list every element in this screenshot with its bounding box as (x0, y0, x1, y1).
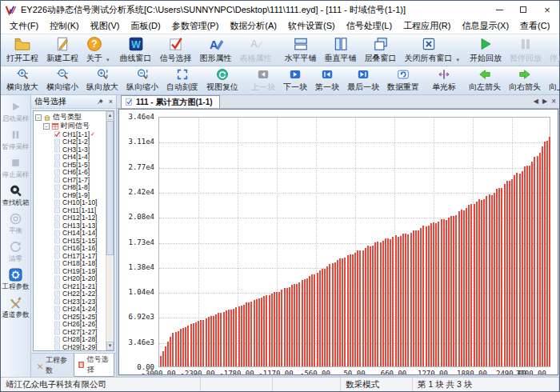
zoom-h-out-button[interactable]: 横向缩小 (42, 67, 82, 94)
tree-channel-item[interactable]: CH20[1-20] (35, 275, 106, 283)
tree-channel-item[interactable]: CH29[1-29] (35, 343, 106, 350)
tab-scroll-left-icon[interactable]: ◀ (534, 98, 538, 105)
tree-channel-item[interactable]: CH16[1-16] (35, 245, 106, 253)
tree-channel-item[interactable]: CH2[1-2] (35, 138, 106, 146)
tree-scrollbar[interactable]: ▲ ▼ (106, 111, 114, 350)
channel-params-button[interactable]: 通道参数 (1, 294, 30, 322)
panel-tab-inactive[interactable]: 工程参数 (33, 354, 73, 377)
tree-channel-item[interactable]: CH10[1-10] (35, 199, 106, 207)
tree-channel-item[interactable]: CH12[1-12] (35, 214, 106, 222)
tree-channel-item[interactable]: CH19[1-19] (35, 267, 106, 275)
menu-item[interactable]: 控制(K) (44, 18, 85, 34)
about-button[interactable]: ?关于 (82, 35, 106, 65)
arrow-up-green-button[interactable]: 向上箭头 (545, 67, 560, 94)
tree-channel-item[interactable]: CH15[1-15] (35, 237, 106, 245)
tree-channel-item[interactable]: CH24[1-24] (35, 306, 106, 314)
curve-window-button[interactable]: W曲线窗口 (116, 35, 156, 65)
histogram-bar (200, 320, 202, 366)
tree-channel-item[interactable]: CH26[1-26] (35, 321, 106, 329)
histogram-bar (202, 320, 204, 366)
tree-channel-item[interactable]: CH14[1-14] (35, 230, 106, 238)
view-reset-button[interactable]: 视图复位 (202, 67, 242, 94)
tree-channel-item[interactable]: CH11[1-11] (35, 206, 106, 214)
tree-channel-item[interactable]: CH9[1-9] (35, 191, 106, 199)
panel-tab-active[interactable]: 信号选择 (74, 354, 115, 377)
menu-item[interactable]: 文件(F) (4, 18, 44, 34)
menu-item[interactable]: 面板(D) (125, 18, 166, 34)
histogram-bar (294, 284, 295, 366)
block-first-button[interactable]: 第一块 (311, 67, 343, 94)
arrow-left-green-button[interactable]: 向左箭头 (465, 67, 505, 94)
curve-window-icon: W (128, 36, 144, 52)
scrollbar-track[interactable] (106, 256, 114, 342)
histogram-bar (286, 288, 288, 366)
data-reset-button[interactable]: 数据重置 (383, 67, 423, 94)
tree-channel-item[interactable]: CH25[1-25] (35, 313, 106, 321)
single-cursor-button[interactable]: 单光标 (428, 67, 460, 94)
maximize-button[interactable] (511, 1, 535, 18)
tree-channel-item[interactable]: CH7[1-7] (35, 176, 106, 184)
scrollbar-thumb[interactable] (106, 121, 114, 255)
tree-channel-item[interactable]: CH28[1-28] (35, 336, 106, 344)
graph-props-button[interactable]: A图形属性 (196, 35, 236, 65)
zoom-h-in-button[interactable]: 横向放大 (2, 67, 42, 94)
menu-item[interactable]: 窗口(W) (555, 18, 560, 34)
expander-icon[interactable]: - (43, 123, 50, 130)
project-params-button[interactable]: 工程参数 (1, 266, 30, 294)
tree-channel-item[interactable]: CH21[1-21] (35, 282, 106, 290)
tree-channel-item[interactable]: CH1[1-1]✓ (35, 130, 106, 138)
close-all-button[interactable]: 关闭所有窗口 (401, 35, 457, 65)
panel-close-icon[interactable]: × (109, 98, 113, 106)
find-chassis-button[interactable]: 查找机箱 (1, 182, 30, 210)
menu-item[interactable]: 软件设置(S) (282, 18, 341, 34)
toolbar-overflow-button[interactable]: ▾ (106, 57, 111, 65)
tree-channel-item[interactable]: CH6[1-6] (35, 169, 106, 177)
tree-channel-item[interactable]: CH18[1-18] (35, 260, 106, 268)
tile-v-button[interactable]: 垂直平铺 (321, 35, 361, 65)
block-next-button[interactable]: 下一块 (279, 67, 311, 94)
tree-channel-item[interactable]: CH8[1-8] (35, 184, 106, 192)
expander-icon[interactable]: - (35, 114, 42, 121)
open-folder-button[interactable]: 打开工程 (2, 35, 42, 65)
pin-icon[interactable] (97, 98, 104, 106)
signal-check-button[interactable]: 信号选择 (156, 35, 196, 65)
menu-item[interactable]: 信号处理(L) (341, 18, 398, 34)
menu-item[interactable]: 参数管理(P) (166, 18, 225, 34)
new-doc-button[interactable]: 新建工程 (42, 35, 82, 65)
tab-close-icon[interactable]: × (551, 97, 556, 106)
cascade-button[interactable]: 层叠窗口 (361, 35, 401, 65)
play-green-button[interactable]: 开始回放 (466, 35, 506, 65)
gridline (159, 142, 550, 143)
arrow-left-green-icon (478, 68, 491, 81)
tree-channel-item[interactable]: CH13[1-13] (35, 222, 106, 230)
toolbar-overflow-button[interactable]: ▾ (457, 57, 462, 65)
scroll-up-icon[interactable]: ▲ (106, 111, 114, 120)
tree-channel-item[interactable]: CH23[1-23] (35, 298, 106, 306)
window-title: EY226动静态信号测试分析系统[C:\Users\SUNNYNPC\Deskt… (21, 4, 406, 16)
tree-channel-item[interactable]: CH3[1-3] (35, 146, 106, 154)
block-last-button[interactable]: 最后一块 (343, 67, 383, 94)
tree-channel-item[interactable]: CH27[1-27] (35, 328, 106, 336)
toolbar-group: 打开工程新建工程?关于 (2, 35, 106, 65)
tree-channel-item[interactable]: CH5[1-5] (35, 161, 106, 169)
tile-h-button[interactable]: 水平平铺 (281, 35, 321, 65)
tree-group-item[interactable]: -时间信号 (35, 122, 106, 130)
menu-item[interactable]: 工程应用(R) (398, 18, 456, 34)
minimize-button[interactable] (487, 1, 511, 18)
close-button[interactable]: × (535, 1, 559, 18)
document-tab[interactable]: 111 - 累计直方图(1-1) (121, 95, 220, 108)
zoom-v-in-button[interactable]: 纵向放大 (82, 67, 122, 94)
menu-item[interactable]: 数据分析(A) (224, 18, 282, 34)
tree-channel-item[interactable]: CH22[1-22] (35, 290, 106, 298)
menu-item[interactable]: 视图(V) (85, 18, 126, 34)
scroll-down-icon[interactable]: ▼ (106, 342, 114, 350)
menu-item[interactable]: 查看(C) (514, 18, 555, 34)
tree-channel-item[interactable]: CH4[1-4] (35, 154, 106, 162)
histogram-bar (160, 356, 162, 366)
menu-item[interactable]: 信息显示(X) (456, 18, 514, 34)
arrow-right-green-button[interactable]: 向右箭头 (505, 67, 545, 94)
tree-channel-item[interactable]: CH17[1-17] (35, 252, 106, 260)
tab-scroll-right-icon[interactable]: ▶ (542, 98, 547, 105)
zoom-v-out-button[interactable]: 纵向缩小 (122, 67, 162, 94)
auto-scale-button[interactable]: 自动刻度 (162, 67, 202, 94)
